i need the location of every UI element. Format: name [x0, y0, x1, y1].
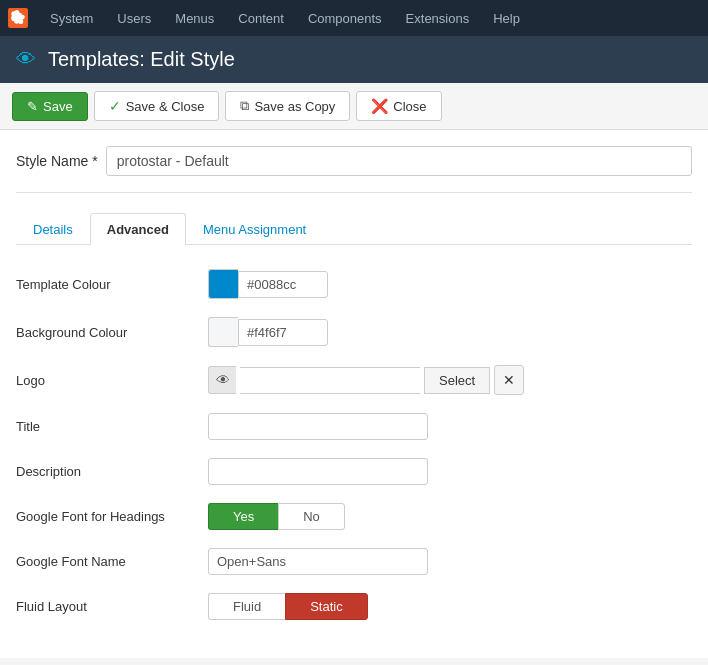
google-font-name-row: Google Font Name [16, 548, 692, 575]
style-name-label: Style Name * [16, 153, 98, 169]
static-button[interactable]: Static [285, 593, 368, 620]
brand [8, 8, 28, 28]
close-button[interactable]: ❌ Close [356, 91, 441, 121]
fluid-layout-toggle: Fluid Static [208, 593, 368, 620]
logo-field-group: 👁 Select ✕ [208, 365, 524, 395]
background-colour-swatch [208, 317, 328, 347]
style-name-row: Style Name * [16, 146, 692, 176]
style-name-input[interactable] [106, 146, 692, 176]
template-colour-row: Template Colour [16, 269, 692, 299]
nav-menus[interactable]: Menus [165, 7, 224, 30]
times-icon: ❌ [371, 98, 388, 114]
title-row: Title [16, 413, 692, 440]
description-row: Description [16, 458, 692, 485]
template-colour-box[interactable] [208, 269, 238, 299]
template-colour-input[interactable] [238, 271, 328, 298]
logo-input[interactable] [240, 367, 420, 394]
navbar: System Users Menus Content Components Ex… [0, 0, 708, 36]
logo-label: Logo [16, 373, 196, 388]
tab-advanced[interactable]: Advanced [90, 213, 186, 245]
nav-help[interactable]: Help [483, 7, 530, 30]
nav-components[interactable]: Components [298, 7, 392, 30]
fluid-layout-row: Fluid Layout Fluid Static [16, 593, 692, 620]
title-input[interactable] [208, 413, 428, 440]
nav-users[interactable]: Users [107, 7, 161, 30]
save-button[interactable]: ✎ Save [12, 92, 88, 121]
save-label: Save [43, 99, 73, 114]
background-colour-row: Background Colour [16, 317, 692, 347]
template-colour-swatch [208, 269, 328, 299]
tab-details[interactable]: Details [16, 213, 90, 245]
joomla-icon [8, 8, 28, 28]
save-copy-button[interactable]: ⧉ Save as Copy [225, 91, 350, 121]
google-font-name-input[interactable] [208, 548, 428, 575]
divider [16, 192, 692, 193]
save-close-button[interactable]: ✓ Save & Close [94, 91, 220, 121]
logo-clear-button[interactable]: ✕ [494, 365, 524, 395]
page-title: Templates: Edit Style [48, 48, 235, 71]
description-label: Description [16, 464, 196, 479]
tabs: Details Advanced Menu Assignment [16, 213, 692, 245]
close-label: Close [393, 99, 426, 114]
tab-menu-assignment[interactable]: Menu Assignment [186, 213, 323, 245]
background-colour-input[interactable] [238, 319, 328, 346]
nav-extensions[interactable]: Extensions [396, 7, 480, 30]
google-font-yes-button[interactable]: Yes [208, 503, 278, 530]
google-font-no-button[interactable]: No [278, 503, 345, 530]
check-icon: ✓ [109, 98, 121, 114]
save-icon: ✎ [27, 99, 38, 114]
title-label: Title [16, 419, 196, 434]
copy-icon: ⧉ [240, 98, 249, 114]
fluid-button[interactable]: Fluid [208, 593, 285, 620]
logo-row: Logo 👁 Select ✕ [16, 365, 692, 395]
description-input[interactable] [208, 458, 428, 485]
background-colour-label: Background Colour [16, 325, 196, 340]
page-icon: 👁 [16, 48, 36, 71]
page-header: 👁 Templates: Edit Style [0, 36, 708, 83]
logo-select-button[interactable]: Select [424, 367, 490, 394]
save-copy-label: Save as Copy [254, 99, 335, 114]
google-font-toggle: Yes No [208, 503, 345, 530]
save-close-label: Save & Close [126, 99, 205, 114]
content-area: Style Name * Details Advanced Menu Assig… [0, 130, 708, 658]
template-colour-label: Template Colour [16, 277, 196, 292]
google-font-name-label: Google Font Name [16, 554, 196, 569]
fluid-layout-label: Fluid Layout [16, 599, 196, 614]
google-font-headings-label: Google Font for Headings [16, 509, 196, 524]
logo-eye-icon: 👁 [208, 366, 236, 394]
toolbar: ✎ Save ✓ Save & Close ⧉ Save as Copy ❌ C… [0, 83, 708, 130]
background-colour-box[interactable] [208, 317, 238, 347]
advanced-form: Template Colour Background Colour Logo 👁… [16, 265, 692, 642]
nav-system[interactable]: System [40, 7, 103, 30]
nav-content[interactable]: Content [228, 7, 294, 30]
google-font-headings-row: Google Font for Headings Yes No [16, 503, 692, 530]
